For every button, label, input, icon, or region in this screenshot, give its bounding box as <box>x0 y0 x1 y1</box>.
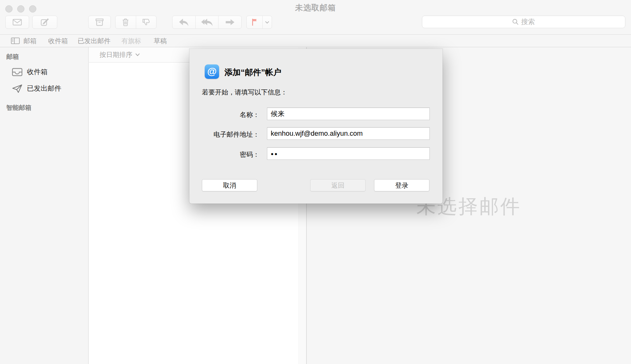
window-title: 未选取邮箱 <box>0 3 631 13</box>
flag-icon <box>251 18 258 26</box>
favorites-bar: 邮箱 收件箱 已发出邮件 有旗标 草稿 <box>0 34 631 47</box>
flag-group <box>246 16 272 29</box>
password-field[interactable] <box>267 147 430 160</box>
name-label: 名称： <box>189 110 259 119</box>
archive-icon <box>95 18 104 26</box>
get-mail-icon <box>13 19 22 26</box>
sidebar-item-sent[interactable]: 已发出邮件 <box>0 81 89 96</box>
sidebar-toggle-icon <box>11 38 20 44</box>
flag-button[interactable] <box>247 16 262 28</box>
add-mail-account-dialog: @ 添加“邮件”帐户 若要开始，请填写以下信息： 名称： 电子邮件地址： 密码：… <box>189 49 443 204</box>
search-placeholder: 搜索 <box>521 17 535 27</box>
junk-button[interactable] <box>136 16 156 28</box>
sidebar-section-smart-mailboxes: 智能邮箱 <box>6 104 31 112</box>
sidebar-section-mailboxes: 邮箱 <box>6 53 19 61</box>
at-badge-icon: @ <box>205 64 219 79</box>
sort-chevron-icon <box>135 53 140 56</box>
sidebar: 邮箱 收件箱 已发出邮件 智能邮箱 <box>0 47 89 364</box>
paperplane-icon <box>12 84 23 93</box>
trash-junk-group <box>115 16 156 29</box>
sort-label: 按日期排序 <box>100 50 132 59</box>
compose-button[interactable] <box>32 16 57 29</box>
sidebar-toggle-button[interactable] <box>11 35 20 47</box>
flag-menu-button[interactable] <box>262 16 272 28</box>
mail-app-window: 未选取邮箱 <box>0 0 631 364</box>
get-mail-button[interactable] <box>5 16 29 29</box>
toolbar: 搜索 <box>0 12 631 34</box>
sidebar-item-label: 收件箱 <box>27 67 48 77</box>
back-button[interactable]: 返回 <box>310 179 366 191</box>
reply-group <box>172 16 242 29</box>
inbox-icon <box>12 68 23 76</box>
login-button[interactable]: 登录 <box>374 179 429 191</box>
trash-icon <box>122 18 129 26</box>
archive-button[interactable] <box>88 16 111 29</box>
reply-button[interactable] <box>172 16 195 28</box>
forward-icon <box>225 18 235 26</box>
reply-all-button[interactable] <box>195 16 218 28</box>
password-label: 密码： <box>189 150 259 159</box>
favbar-item-inbox[interactable]: 收件箱 <box>48 35 68 47</box>
reply-all-icon <box>201 18 213 26</box>
sidebar-item-label: 已发出邮件 <box>27 84 61 93</box>
sidebar-item-inbox[interactable]: 收件箱 <box>0 65 89 79</box>
chevron-down-icon <box>265 21 269 24</box>
search-field[interactable]: 搜索 <box>422 16 625 28</box>
dialog-title: 添加“邮件”帐户 <box>224 67 281 78</box>
forward-button[interactable] <box>218 16 241 28</box>
search-icon <box>512 19 519 25</box>
trash-button[interactable] <box>115 16 136 28</box>
title-bar: 未选取邮箱 <box>0 0 631 12</box>
compose-icon <box>41 18 49 26</box>
email-field[interactable] <box>267 127 430 140</box>
favbar-item-mailboxes[interactable]: 邮箱 <box>23 35 37 47</box>
junk-icon <box>142 18 150 26</box>
dialog-subtitle: 若要开始，请填写以下信息： <box>202 88 287 97</box>
cancel-button[interactable]: 取消 <box>202 179 257 191</box>
name-field[interactable] <box>267 108 430 120</box>
email-label: 电子邮件地址： <box>189 130 259 139</box>
favbar-item-flagged[interactable]: 有旗标 <box>121 35 141 47</box>
favbar-item-drafts[interactable]: 草稿 <box>154 35 167 47</box>
favbar-item-sent[interactable]: 已发出邮件 <box>78 35 110 47</box>
reply-icon <box>178 18 189 26</box>
